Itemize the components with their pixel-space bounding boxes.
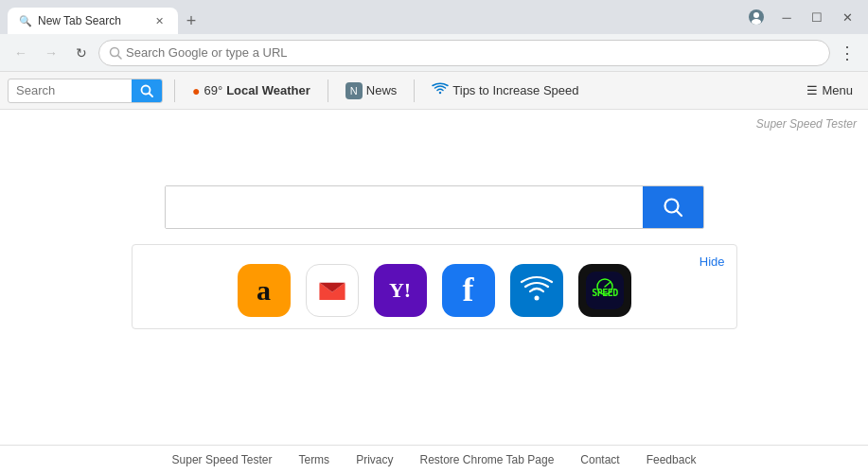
- main-search-button[interactable]: [643, 186, 703, 228]
- forward-button[interactable]: →: [38, 40, 64, 66]
- footer-link-3[interactable]: Restore Chrome Tab Page: [419, 453, 554, 466]
- toolbar-search-wrapper: [8, 79, 163, 103]
- shortcut-gmail[interactable]: [306, 264, 359, 317]
- tab-strip: 🔍 New Tab Search ✕ +: [8, 0, 735, 34]
- tab-favicon: 🔍: [19, 15, 32, 27]
- shortcut-amazon[interactable]: a: [238, 264, 291, 317]
- svg-line-8: [677, 211, 682, 216]
- profile-button[interactable]: [743, 4, 770, 30]
- minimize-button[interactable]: ─: [773, 4, 800, 30]
- back-button[interactable]: ←: [8, 40, 34, 66]
- footer-link-1[interactable]: Terms: [298, 453, 329, 466]
- account-icon: [748, 9, 765, 26]
- svg-point-11: [534, 296, 539, 301]
- news-link[interactable]: N News: [340, 80, 403, 101]
- shortcuts-panel: Hide a: [132, 244, 737, 329]
- address-bar[interactable]: [98, 40, 830, 66]
- shortcuts-hide-button[interactable]: Hide: [700, 255, 725, 269]
- footer-link-2[interactable]: Privacy: [356, 453, 393, 466]
- toolbar-divider-1: [174, 79, 175, 102]
- main-search-input[interactable]: [166, 186, 643, 228]
- weather-icon: ●: [192, 83, 200, 98]
- svg-text:SPEED: SPEED: [592, 288, 618, 298]
- menu-label: Menu: [822, 83, 853, 97]
- speed-icon: [432, 82, 449, 98]
- svg-point-1: [753, 12, 759, 18]
- shortcut-wifi[interactable]: [510, 264, 563, 317]
- weather-link[interactable]: ● 69° Local Weather: [186, 81, 316, 100]
- svg-line-6: [150, 93, 153, 97]
- svg-point-2: [752, 19, 761, 25]
- footer-link-4[interactable]: Contact: [580, 453, 619, 466]
- toolbar-divider-3: [414, 79, 415, 102]
- main-search-area: Hide a: [0, 185, 868, 329]
- shortcuts-row: a: [148, 264, 721, 317]
- refresh-button[interactable]: ↻: [68, 40, 95, 66]
- nav-bar: ← → ↻ ⋮: [0, 34, 868, 72]
- main-search-wrapper: [165, 185, 704, 229]
- toolbar-divider-2: [328, 79, 328, 102]
- tab-close-button[interactable]: ✕: [151, 13, 167, 28]
- amazon-icon: a: [257, 274, 271, 307]
- weather-label: Local Weather: [226, 83, 310, 97]
- wifi-icon: [432, 82, 449, 96]
- active-tab[interactable]: 🔍 New Tab Search ✕: [8, 8, 178, 34]
- toolbar-search-button[interactable]: [132, 79, 162, 103]
- chrome-menu-button[interactable]: ⋮: [834, 40, 860, 66]
- shortcut-yahoo[interactable]: Y!: [374, 264, 427, 317]
- hamburger-menu[interactable]: ☰ Menu: [799, 81, 860, 99]
- weather-temp: 69°: [204, 83, 222, 97]
- gmail-icon: [313, 272, 351, 309]
- shortcut-facebook[interactable]: f: [442, 264, 495, 317]
- wifi-shortcut-icon: [519, 272, 555, 308]
- toolbar-search-input[interactable]: [9, 83, 132, 97]
- toolbar-search-icon: [140, 84, 153, 97]
- close-button[interactable]: ✕: [834, 4, 860, 30]
- window-controls: ─ ☐ ✕: [743, 4, 860, 30]
- new-tab-button[interactable]: +: [178, 8, 204, 34]
- hamburger-icon: ☰: [806, 83, 818, 97]
- footer: Super Speed Tester Terms Privacy Restore…: [0, 445, 868, 474]
- speed-test-icon: SPEED: [586, 272, 624, 309]
- browser-frame: 🔍 New Tab Search ✕ + ─ ☐ ✕ ← → ↻: [0, 0, 868, 474]
- speed-label: Tips to Increase Speed: [452, 83, 578, 97]
- speed-link[interactable]: Tips to Increase Speed: [426, 80, 584, 100]
- svg-line-4: [118, 55, 122, 59]
- title-bar: 🔍 New Tab Search ✕ + ─ ☐ ✕: [0, 0, 868, 34]
- news-label: News: [366, 83, 398, 97]
- footer-link-5[interactable]: Feedback: [647, 453, 697, 466]
- main-search-icon: [663, 197, 683, 218]
- tab-title: New Tab Search: [38, 14, 146, 27]
- footer-link-0[interactable]: Super Speed Tester: [172, 453, 273, 466]
- restore-button[interactable]: ☐: [804, 4, 830, 30]
- extension-toolbar: ● 69° Local Weather N News Tips to Incre…: [0, 72, 868, 110]
- shortcut-speed[interactable]: SPEED: [578, 264, 631, 317]
- facebook-icon: f: [463, 270, 474, 309]
- address-input[interactable]: [126, 45, 820, 60]
- branding-label: Super Speed Tester: [756, 117, 857, 131]
- news-icon: N: [345, 82, 363, 99]
- page-content: Super Speed Tester Hide a: [0, 110, 868, 474]
- address-search-icon: [109, 46, 122, 60]
- yahoo-icon: Y!: [389, 278, 411, 303]
